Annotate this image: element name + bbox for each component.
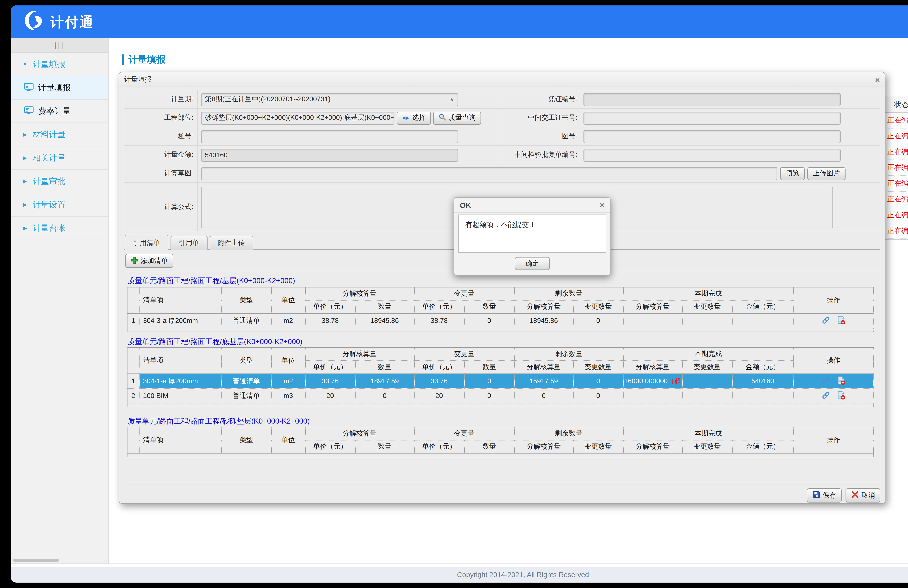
drawing-label: 图号: — [501, 127, 581, 145]
sidebar-group-measure-settings[interactable]: ▶ 计量设置 — [11, 193, 108, 217]
list-table-subbase: 清单项 类型 单位 分解核算量 变更量 剩余数量 本期完成 操作 — [127, 347, 874, 407]
preview-button[interactable]: 预览 — [780, 167, 805, 180]
amount-field[interactable]: 540160 — [201, 148, 458, 162]
sidebar-item-measure-fill[interactable]: 计量填报 — [11, 76, 108, 100]
delete-row-icon[interactable] — [837, 391, 845, 401]
chevron-right-icon: ▶ — [22, 178, 28, 184]
alert-message: 有超额项，不能提交！ — [458, 215, 606, 252]
sidebar-group-related-measure[interactable]: ▶ 相关计量 — [11, 146, 108, 170]
sketch-label: 计算草图: — [124, 164, 198, 182]
chevron-right-icon: ▶ — [22, 132, 28, 137]
link-icon[interactable] — [821, 391, 830, 401]
page-title: 计量填报 — [122, 53, 166, 66]
dialog-titlebar: 计量填报 × — [119, 72, 885, 87]
form-row: 计算草图: 预览 上传图片 — [124, 164, 880, 183]
voucher-field[interactable] — [583, 93, 840, 106]
select-part-button[interactable]: ◀▶ 选择 — [397, 111, 431, 124]
formula-label: 计算公式: — [124, 183, 198, 231]
add-list-button[interactable]: 添加清单 — [125, 254, 173, 268]
tab-quote-sheet[interactable]: 引用单 — [171, 236, 208, 250]
list-table-cushion: 清单项 类型 单位 分解核算量 变更量 剩余数量 本期完成 操作 — [127, 427, 874, 457]
form-row: 计量期: 第8期(正在计量中)(20200701--20200731) ∨ 凭证… — [124, 90, 880, 109]
form-row: 计量金额: 540160 中间检验批复单编号: — [124, 146, 880, 164]
batch-label: 中间检验批复单编号: — [501, 146, 581, 164]
monitor-icon — [24, 83, 34, 93]
app-window: 计付通 通知 管理员 ||| ▼ 计量填报 — [11, 5, 908, 583]
measure-dialog: 计量填报 × 计量期: 第8期(正在计量中)(20200701--2020073… — [119, 72, 885, 504]
dialog-title: 计量填报 — [124, 75, 151, 84]
bottom-spacer — [11, 564, 908, 567]
save-button[interactable]: 保存 — [807, 488, 842, 503]
alert-dialog: OK × 有超额项，不能提交！ 确定 — [454, 197, 611, 275]
part-label: 工程部位: — [124, 109, 198, 127]
voucher-label: 凭证编号: — [501, 90, 581, 108]
plus-icon — [131, 256, 138, 265]
sketch-field[interactable] — [201, 167, 778, 180]
part-field[interactable]: 砂砾垫层(K0+000~K2+000)(K0+000-K2+000),底基层(K… — [201, 111, 394, 124]
swap-arrows-icon: ◀▶ — [402, 116, 410, 120]
sidebar-group-material-measure[interactable]: ▶ 材料计量 — [11, 123, 108, 146]
tab-attachment-upload[interactable]: 附件上传 — [209, 236, 253, 250]
monitor-icon — [24, 106, 34, 116]
form-row: 桩号: 图号: — [124, 127, 880, 146]
chevron-right-icon: ▶ — [22, 155, 28, 161]
chevron-right-icon: ▶ — [22, 225, 28, 231]
period-label: 计量期: — [124, 90, 198, 108]
chevron-down-icon: ∨ — [450, 96, 454, 103]
amount-label: 计量金额: — [124, 146, 198, 164]
upload-image-button[interactable]: 上传图片 — [807, 167, 845, 180]
main-content: 计量填报 状态 操作 正在编辑 — [109, 38, 908, 564]
save-icon — [812, 490, 821, 500]
list-row-selected[interactable]: 1 304-1-a 厚200mm 普通清单 m2 33.76 18917.59 … — [127, 374, 874, 389]
delete-row-icon[interactable] — [837, 376, 845, 386]
batch-field[interactable] — [583, 148, 840, 162]
close-icon[interactable]: × — [875, 76, 880, 84]
quality-unit-link-subbase[interactable]: 质量单元/路面工程/路面工程/底基层(K0+000-K2+000) — [127, 337, 303, 347]
form-row: 工程部位: 砂砾垫层(K0+000~K2+000)(K0+000-K2+000)… — [124, 109, 880, 127]
list-row[interactable]: 2 100 BIM 普通清单 m3 20 0 20 0 0 0 — [127, 389, 874, 403]
confirm-button[interactable]: 确定 — [515, 257, 550, 270]
alert-titlebar: OK × — [454, 198, 610, 213]
quality-unit-link-cushion[interactable]: 质量单元/路面工程/路面工程/砂砾垫层(K0+000-K2+000) — [127, 416, 310, 426]
drawing-field[interactable] — [583, 130, 840, 143]
quality-unit-link-base[interactable]: 质量单元/路面工程/路面工程/基层(K0+000-K2+000) — [127, 276, 295, 286]
chevron-down-icon: ▼ — [22, 61, 28, 67]
cancel-x-icon — [851, 490, 859, 500]
title-accent-bar — [122, 54, 124, 65]
sidebar: ||| ▼ 计量填报 计量填报 费率计量 ▶ — [11, 38, 109, 564]
over-quota-flag: （超 — [668, 377, 681, 385]
sidebar-nav: ▼ 计量填报 计量填报 费率计量 ▶ 材料计量 — [11, 53, 108, 240]
link-icon[interactable] — [821, 316, 830, 326]
copyright-text: Copyright 2014-2021, All Rights Reserved — [457, 570, 589, 579]
app-footer: Copyright 2014-2021, All Rights Reserved — [11, 567, 908, 582]
sidebar-drag-handle[interactable]: ||| — [11, 38, 108, 53]
app-title: 计付通 — [50, 13, 94, 31]
list-row[interactable]: 1 304-3-a 厚200mm 普通清单 m2 38.78 18945.86 … — [127, 313, 874, 328]
link-icon[interactable] — [821, 376, 830, 386]
cert-field[interactable] — [583, 111, 840, 124]
app-header: 计付通 通知 管理员 — [11, 5, 908, 38]
cert-label: 中间交工证书号: — [501, 109, 581, 127]
app-logo-icon — [23, 10, 45, 34]
dialog-footer: 保存 取消 — [124, 485, 881, 503]
cancel-button[interactable]: 取消 — [845, 488, 881, 503]
period-select[interactable]: 第8期(正在计量中)(20200701--20200731) ∨ — [201, 93, 458, 106]
delete-row-icon[interactable] — [837, 316, 845, 326]
tab-quote-list[interactable]: 引用清单 — [125, 235, 168, 251]
magnifier-icon — [439, 113, 446, 122]
sidebar-item-rate-measure[interactable]: 费率计量 — [11, 100, 108, 123]
stake-label: 桩号: — [124, 127, 198, 145]
sidebar-group-measure-ledger[interactable]: ▶ 计量台帐 — [11, 217, 108, 240]
sidebar-group-measure-fill[interactable]: ▼ 计量填报 — [11, 53, 108, 76]
close-icon[interactable]: × — [600, 201, 605, 209]
over-quota-cell: 16000.000000（超 — [623, 374, 682, 389]
alert-title: OK — [460, 201, 471, 209]
app-logo-group: 计付通 — [23, 10, 94, 34]
body-row: ||| ▼ 计量填报 计量填报 费率计量 ▶ — [11, 38, 908, 564]
chevron-right-icon: ▶ — [22, 202, 28, 207]
stake-field[interactable] — [201, 130, 458, 143]
sidebar-hscrollbar-thumb[interactable] — [13, 559, 59, 562]
sidebar-group-measure-approval[interactable]: ▶ 计量审批 — [11, 170, 108, 193]
alert-footer: 确定 — [454, 257, 610, 270]
quality-query-button[interactable]: 质量查询 — [433, 111, 481, 124]
